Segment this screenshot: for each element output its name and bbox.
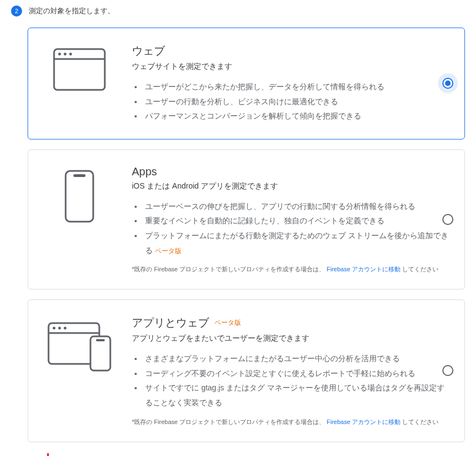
radio-both[interactable] [442,365,453,376]
svg-rect-13 [96,339,105,341]
apps-bullet-1: ユーザーベースの伸びを把握し、アプリでの行動に関する分析情報を得られる [143,199,451,214]
both-footnote-suffix: してください [402,419,438,425]
option-body-apps: Apps iOS または Android アプリを測定できます ユーザーベースの… [132,165,451,273]
step-number-badge: 2 [11,6,22,17]
svg-rect-5 [66,171,93,222]
apps-bullet-3-text: プラットフォームにまたがる行動を測定するためのウェブ ストリームを後から追加でき… [145,231,448,255]
web-title: ウェブ [132,44,451,58]
web-bullet-1: ユーザーがどこから来たか把握し、データを分析して情報を得られる [143,79,451,94]
web-icon [44,44,115,91]
svg-point-4 [69,53,72,56]
both-footnote-prefix: *既存の Firebase プロジェクトで新しいプロパティを作成する場合は、 [132,419,325,425]
web-bullets: ユーザーがどこから来たか把握し、データを分析して情報を得られる ユーザーの行動を… [132,79,451,124]
both-bullet-3: サイトですでに gtag.js またはタグ マネージャーを使用している場合はタグ… [143,380,451,410]
firebase-link[interactable]: Firebase アカウントに移動 [327,419,400,425]
options-container: ウェブ ウェブサイトを測定できます ユーザーがどこから来たか把握し、データを分析… [28,28,465,442]
radio-web[interactable] [442,78,453,89]
both-icon [44,315,115,373]
option-body-web: ウェブ ウェブサイトを測定できます ユーザーがどこから来たか把握し、データを分析… [132,44,451,124]
firebase-link[interactable]: Firebase アカウントに移動 [327,266,400,272]
web-subtitle: ウェブサイトを測定できます [132,62,451,72]
svg-point-9 [53,327,56,330]
both-bullets: さまざまなプラットフォームにまたがるユーザー中心の分析を活用できる コーディング… [132,351,451,410]
option-card-both[interactable]: アプリとウェブ ベータ版 アプリとウェブをまたいでユーザーを測定できます さまざ… [28,299,465,442]
both-subtitle: アプリとウェブをまたいでユーザーを測定できます [132,334,451,344]
web-bullet-2: ユーザーの行動を分析し、ビジネス向けに最適化できる [143,94,451,109]
apps-icon [44,165,115,223]
svg-point-10 [58,327,61,330]
apps-footnote-suffix: してください [402,266,438,272]
both-bullet-1: さまざまなプラットフォームにまたがるユーザー中心の分析を活用できる [143,351,451,366]
both-footnote: *既存の Firebase プロジェクトで新しいプロパティを作成する場合は、 F… [132,418,451,426]
both-title-text: アプリとウェブ [132,315,209,330]
option-body-both: アプリとウェブ ベータ版 アプリとウェブをまたいでユーザーを測定できます さまざ… [132,315,451,426]
option-card-web[interactable]: ウェブ ウェブサイトを測定できます ユーザーがどこから来たか把握し、データを分析… [28,28,465,140]
svg-rect-0 [54,49,105,90]
both-title: アプリとウェブ ベータ版 [132,315,451,330]
arrow-annotation-icon [41,452,465,456]
svg-point-2 [58,53,61,56]
apps-title: Apps [132,165,451,178]
svg-point-11 [64,327,67,330]
svg-rect-6 [73,174,85,177]
radio-apps[interactable] [442,214,453,225]
both-bullet-2: コーディング不要のイベント設定とすぐに使えるレポートで手軽に始められる [143,366,451,381]
apps-bullets: ユーザーベースの伸びを把握し、アプリでの行動に関する分析情報を得られる 重要なイ… [132,199,451,257]
beta-badge: ベータ版 [155,247,181,255]
apps-bullet-2: 重要なイベントを自動的に記録したり、独自のイベントを定義できる [143,213,451,228]
svg-point-3 [64,53,67,56]
apps-footnote: *既存の Firebase プロジェクトで新しいプロパティを作成する場合は、 F… [132,265,451,273]
option-card-apps[interactable]: Apps iOS または Android アプリを測定できます ユーザーベースの… [28,149,465,289]
beta-badge: ベータ版 [215,318,241,328]
apps-footnote-prefix: *既存の Firebase プロジェクトで新しいプロパティを作成する場合は、 [132,266,325,272]
step-title: 測定の対象を指定します。 [29,6,115,16]
web-bullet-3: パフォーマンスとコンバージョンを解析して傾向を把握できる [143,109,451,124]
apps-subtitle: iOS または Android アプリを測定できます [132,181,451,191]
apps-bullet-3: プラットフォームにまたがる行動を測定するためのウェブ ストリームを後から追加でき… [143,228,451,257]
svg-rect-12 [90,336,110,371]
step-header: 2 測定の対象を指定します。 [11,6,465,17]
